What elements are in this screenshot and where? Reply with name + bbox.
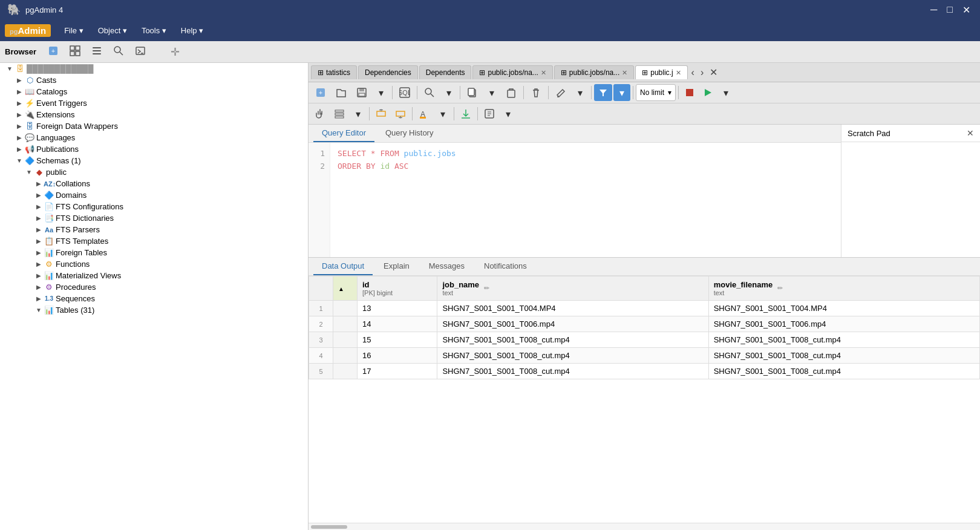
scratch-pad-close-button[interactable]: ✕: [967, 128, 974, 138]
tree-item-collations[interactable]: ▶ AZ↕ Collations: [0, 178, 308, 189]
more-options-button[interactable]: [480, 105, 498, 122]
scrollbar-thumb[interactable]: [311, 525, 347, 529]
tree-item-functions[interactable]: ▶ ⚙ Functions: [0, 258, 308, 270]
menu-help[interactable]: Help ▾: [175, 24, 209, 38]
new-object-button[interactable]: +: [44, 43, 63, 61]
tree-item-extensions[interactable]: ▶ 🔌 Extensions: [0, 109, 308, 120]
filter-button[interactable]: [594, 84, 612, 101]
delete-button[interactable]: [526, 84, 546, 101]
tab-query-history[interactable]: Query History: [377, 125, 442, 142]
tab-notifications[interactable]: Notifications: [475, 258, 535, 275]
tab-jobs3-close[interactable]: ✕: [676, 69, 681, 77]
col-moviefn-edit-icon[interactable]: ✏: [777, 284, 783, 292]
tree-item-publications[interactable]: ▶ 📢 Publications: [0, 143, 308, 155]
tree-item-languages[interactable]: ▶ 💬 Languages: [0, 132, 308, 143]
close-button[interactable]: ✕: [960, 4, 973, 16]
row-3-sort: [333, 332, 358, 348]
tree-item-domains[interactable]: ▶ 🔷 Domains: [0, 189, 308, 201]
tree-item-foreign-tables[interactable]: ▶ 📊 Foreign Tables: [0, 247, 308, 258]
search-button[interactable]: [109, 43, 128, 61]
filter-dropdown-button[interactable]: ▾: [613, 84, 630, 101]
copy-dropdown-button[interactable]: ▾: [483, 84, 500, 101]
bg-color-dropdown[interactable]: ▾: [434, 105, 451, 122]
copy-button[interactable]: [463, 84, 482, 101]
tree-item-fts-parsers[interactable]: ▶ Aa FTS Parsers: [0, 224, 308, 235]
tree-item-public[interactable]: ▼ ◆ public: [0, 166, 308, 178]
mat-views-label: Materialized Views: [56, 271, 121, 280]
menu-file[interactable]: File ▾: [58, 24, 90, 38]
no-limit-dropdown[interactable]: No limit ▾: [636, 84, 676, 101]
domains-label: Domains: [56, 191, 87, 200]
tree-item-casts[interactable]: ▶ ⬡ Casts: [0, 74, 308, 86]
open-file-button[interactable]: [332, 84, 351, 101]
properties-button[interactable]: [87, 43, 106, 61]
tab-query-editor[interactable]: Query Editor: [313, 125, 374, 142]
tab-jobs1-close[interactable]: ✕: [541, 69, 546, 77]
fts-parsers-arrow: ▶: [34, 226, 44, 233]
save-data-button[interactable]: [457, 105, 475, 122]
data-table: ▲ id [PK] bigint: [309, 276, 980, 379]
menu-object[interactable]: Object ▾: [92, 24, 133, 38]
edit-dropdown-button[interactable]: ▾: [572, 84, 589, 101]
results-scrollbar[interactable]: [309, 523, 980, 530]
code-line-1: SELECT * FROM public.jobs: [338, 148, 834, 160]
tree-item-fts-dict[interactable]: ▶ 📑 FTS Dictionaries: [0, 212, 308, 224]
hand-button[interactable]: [311, 105, 329, 122]
run-button[interactable]: [699, 84, 716, 101]
tab-close-all-button[interactable]: ✕: [707, 65, 720, 79]
row-4-id: 16: [358, 348, 437, 364]
find-button[interactable]: [420, 84, 439, 101]
grid-view-button[interactable]: [65, 43, 85, 61]
copy-row-button[interactable]: [391, 105, 410, 122]
fts-templates-arrow: ▶: [34, 238, 44, 244]
tree-item-catalogs[interactable]: ▶ 📖 Catalogs: [0, 86, 308, 97]
edit-button[interactable]: [551, 84, 570, 101]
find-dropdown-button[interactable]: ▾: [440, 84, 457, 101]
tree-root-item[interactable]: ▼ 🗄 ████████████: [0, 63, 308, 74]
tab-statistics[interactable]: ⊞ tatistics: [311, 65, 357, 79]
save-button[interactable]: [352, 84, 371, 101]
tab-jobs-3[interactable]: ⊞ public.j ✕: [635, 65, 687, 79]
col-header-sort[interactable]: ▲: [333, 276, 358, 301]
languages-arrow: ▶: [15, 134, 24, 141]
rows-button[interactable]: [330, 105, 348, 122]
tab-jobs-1[interactable]: ⊞ public.jobs/na... ✕: [472, 65, 552, 79]
maximize-button[interactable]: □: [944, 4, 955, 16]
run-dropdown-button[interactable]: ▾: [717, 84, 734, 101]
menu-tools[interactable]: Tools ▾: [136, 24, 172, 38]
scratch-pad-textarea[interactable]: [846, 147, 975, 252]
terminal-button[interactable]: [131, 43, 150, 61]
new-query-button[interactable]: +: [311, 84, 330, 101]
stop-button[interactable]: [681, 84, 698, 101]
tab-next-button[interactable]: ›: [698, 66, 706, 79]
tab-dependents[interactable]: Dependents: [419, 65, 472, 79]
tree-item-procedures[interactable]: ▶ ⚙ Procedures: [0, 281, 308, 293]
tree-item-tables[interactable]: ▼ 📊 Tables (31): [0, 304, 308, 316]
scratch-pad-content[interactable]: [841, 142, 980, 257]
tree-item-sequences[interactable]: ▶ 1.3 Sequences: [0, 293, 308, 304]
tab-messages[interactable]: Messages: [420, 258, 473, 275]
tab-prev-button[interactable]: ‹: [689, 66, 697, 79]
separator-6: [591, 86, 592, 99]
tree-item-event-triggers[interactable]: ▶ ⚡ Event Triggers: [0, 97, 308, 109]
tree-item-fts-conf[interactable]: ▶ 📄 FTS Configurations: [0, 201, 308, 212]
query-tool-button[interactable]: SQL: [395, 84, 414, 101]
tab-dependencies[interactable]: Dependencies: [358, 65, 418, 79]
rows-dropdown-button[interactable]: ▾: [350, 105, 367, 122]
tree-item-schemas[interactable]: ▼ 🔷 Schemas (1): [0, 155, 308, 166]
tree-item-fdw[interactable]: ▶ 🗄 Foreign Data Wrappers: [0, 120, 308, 132]
more-options-dropdown[interactable]: ▾: [500, 105, 517, 122]
tab-jobs2-close[interactable]: ✕: [622, 69, 627, 77]
tab-data-output[interactable]: Data Output: [313, 258, 373, 275]
code-area[interactable]: SELECT * FROM public.jobs ORDER BY: [330, 143, 841, 257]
bg-color-button[interactable]: A: [415, 105, 433, 122]
tab-explain[interactable]: Explain: [375, 258, 418, 275]
insert-row-button[interactable]: [372, 105, 390, 122]
col-jobname-edit-icon[interactable]: ✏: [484, 284, 489, 292]
tab-jobs-2[interactable]: ⊞ public.jobs/na... ✕: [554, 65, 634, 79]
save-dropdown-button[interactable]: ▾: [373, 84, 390, 101]
minimize-button[interactable]: ─: [928, 4, 939, 16]
paste-button[interactable]: [501, 84, 521, 101]
tree-item-fts-templates[interactable]: ▶ 📋 FTS Templates: [0, 235, 308, 247]
tree-item-mat-views[interactable]: ▶ 📊 Materialized Views: [0, 270, 308, 281]
